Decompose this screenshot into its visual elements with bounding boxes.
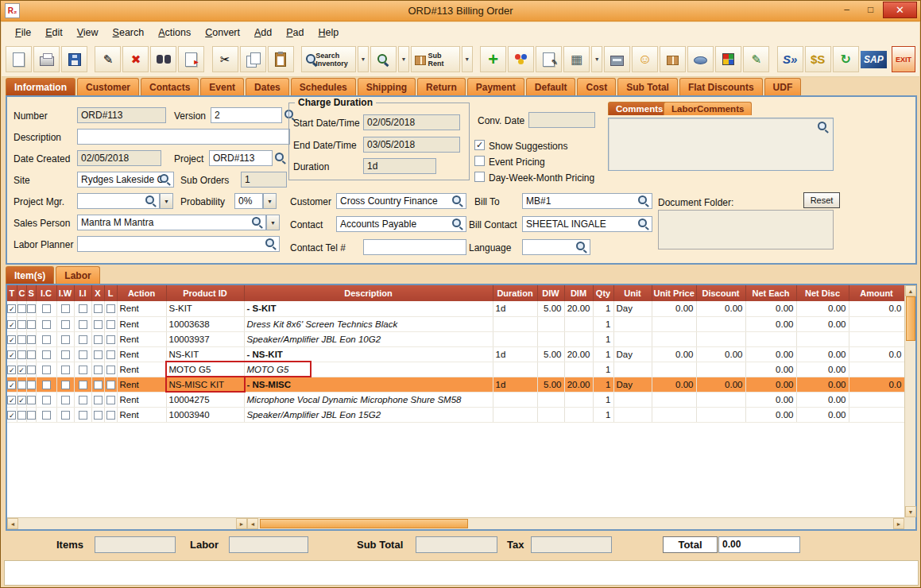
- conv-date-field[interactable]: [528, 112, 595, 128]
- package-button[interactable]: [660, 46, 686, 72]
- search-icon[interactable]: [265, 238, 277, 250]
- row-checkbox-l[interactable]: [106, 320, 115, 329]
- search-icon[interactable]: [160, 174, 172, 186]
- grid-view-dropdown[interactable]: ▼: [591, 46, 602, 72]
- col-net-each[interactable]: Net Each: [745, 285, 796, 301]
- row-checkbox-t[interactable]: ✓: [7, 320, 16, 329]
- menu-pad[interactable]: Pad: [279, 24, 311, 41]
- search-icon[interactable]: [145, 195, 157, 207]
- row-checkbox-x[interactable]: [94, 366, 103, 374]
- row-checkbox-ic[interactable]: [42, 411, 51, 420]
- number-field[interactable]: ORD#113: [77, 107, 166, 123]
- row-checkbox-x[interactable]: [94, 335, 103, 344]
- col-s[interactable]: S: [26, 285, 36, 301]
- row-checkbox-t[interactable]: ✓: [7, 335, 16, 344]
- row-checkbox-iw[interactable]: [61, 350, 70, 359]
- horizontal-scrollbar-left[interactable]: ◄ ►: [7, 517, 247, 529]
- row-checkbox-iw[interactable]: [61, 320, 70, 329]
- row-checkbox-c[interactable]: [17, 381, 26, 389]
- menu-help[interactable]: Help: [312, 24, 346, 41]
- search-icon[interactable]: [252, 217, 264, 229]
- row-checkbox-ic[interactable]: [42, 350, 51, 359]
- row-checkbox-iw[interactable]: [61, 396, 70, 404]
- row-checkbox-s[interactable]: [27, 411, 36, 420]
- row-checkbox-ic[interactable]: [42, 396, 51, 404]
- row-checkbox-x[interactable]: [94, 396, 103, 404]
- sub-rent-dropdown[interactable]: ▼: [462, 46, 473, 72]
- col-qty[interactable]: Qty: [593, 285, 613, 301]
- table-row[interactable]: ✓ Rent 10003638 Dress Kit 8x6' Screen Te…: [7, 316, 904, 331]
- vertical-scrollbar[interactable]: ▲ ▼: [904, 285, 915, 517]
- table-row-selected[interactable]: ✓ Rent NS-MISC KIT - NS-MISC 1d 5.00 20.…: [7, 377, 904, 392]
- row-checkbox-x[interactable]: [94, 304, 103, 313]
- sap-export-button[interactable]: S»: [777, 46, 803, 72]
- row-checkbox-c[interactable]: [17, 335, 26, 344]
- description-field[interactable]: [77, 129, 290, 145]
- grid-view-button[interactable]: ▦: [563, 46, 590, 72]
- row-checkbox-t[interactable]: ✓: [7, 411, 16, 420]
- table-row[interactable]: ✓ Rent 10003937 Speaker/Amplifier JBL Eo…: [7, 331, 904, 346]
- row-checkbox-ii[interactable]: [79, 335, 87, 344]
- scroll-right-icon[interactable]: ►: [893, 518, 904, 529]
- row-checkbox-x[interactable]: [94, 320, 103, 329]
- row-checkbox-c[interactable]: ✓: [17, 396, 26, 404]
- tab-udf[interactable]: UDF: [764, 78, 802, 95]
- scroll-left-icon[interactable]: ◄: [247, 518, 258, 529]
- sub-orders-field[interactable]: 1: [241, 172, 287, 188]
- menu-actions[interactable]: Actions: [151, 24, 198, 41]
- new-button[interactable]: [6, 46, 32, 72]
- tab-flat-discounts[interactable]: Flat Discounts: [679, 78, 763, 95]
- bill-contact-field[interactable]: SHEETAL INGALE: [522, 216, 652, 232]
- contact-field[interactable]: Accounts Payable: [336, 216, 466, 232]
- copy-button[interactable]: [240, 46, 266, 72]
- row-checkbox-iw[interactable]: [61, 304, 70, 313]
- row-checkbox-iw[interactable]: [61, 411, 70, 420]
- search-items-button[interactable]: [370, 46, 397, 72]
- search-icon[interactable]: [275, 153, 287, 164]
- col-iw[interactable]: I.W: [56, 285, 74, 301]
- col-amount[interactable]: Amount: [849, 285, 904, 301]
- search-icon[interactable]: [638, 195, 650, 207]
- row-checkbox-ii[interactable]: [79, 350, 87, 359]
- menu-file[interactable]: File: [8, 24, 38, 41]
- col-net-disc[interactable]: Net Disc: [796, 285, 849, 301]
- row-checkbox-s[interactable]: [27, 396, 36, 404]
- bill-to-field[interactable]: MB#1: [522, 193, 652, 209]
- row-checkbox-c[interactable]: [17, 411, 26, 420]
- row-checkbox-l[interactable]: [106, 366, 115, 374]
- tab-comments[interactable]: Comments: [608, 102, 671, 115]
- tab-contacts[interactable]: Contacts: [141, 78, 199, 95]
- col-duration[interactable]: Duration: [493, 285, 537, 301]
- tab-labor-comments[interactable]: LaborComments: [664, 102, 752, 115]
- tab-cost[interactable]: Cost: [577, 78, 616, 95]
- project-mgr-field[interactable]: [77, 193, 160, 209]
- end-date-field[interactable]: 03/05/2018: [363, 137, 460, 153]
- project-mgr-dropdown[interactable]: ▼: [160, 193, 173, 209]
- tab-default[interactable]: Default: [526, 78, 576, 95]
- scroll-down-icon[interactable]: ▼: [905, 506, 916, 517]
- row-checkbox-l[interactable]: [106, 396, 115, 404]
- col-ic[interactable]: I.C: [36, 285, 56, 301]
- kit-button[interactable]: [508, 46, 534, 72]
- search-items-dropdown[interactable]: ▼: [398, 46, 409, 72]
- row-checkbox-l[interactable]: [106, 335, 115, 344]
- tab-sub-total[interactable]: Sub Total: [617, 78, 678, 95]
- paste-button[interactable]: [268, 46, 294, 72]
- col-c[interactable]: C: [17, 285, 26, 301]
- exit-button[interactable]: EXIT: [892, 46, 915, 72]
- row-checkbox-c[interactable]: [17, 304, 26, 313]
- comments-textarea[interactable]: [608, 118, 834, 171]
- row-checkbox-s[interactable]: [27, 335, 36, 344]
- row-checkbox-ic[interactable]: [42, 320, 51, 329]
- tab-customer[interactable]: Customer: [77, 78, 139, 95]
- minimize-button[interactable]: –: [835, 2, 858, 18]
- row-checkbox-s[interactable]: [27, 350, 36, 359]
- sync-button[interactable]: ↻: [833, 46, 859, 72]
- row-checkbox-ii[interactable]: [79, 396, 87, 404]
- edit-button[interactable]: ✎: [95, 46, 121, 72]
- row-checkbox-c[interactable]: ✓: [17, 366, 26, 374]
- col-product-id[interactable]: Product ID: [166, 285, 244, 301]
- row-checkbox-t[interactable]: ✓: [7, 304, 16, 313]
- row-checkbox-ii[interactable]: [79, 381, 87, 389]
- notes-button[interactable]: ✎: [536, 46, 562, 72]
